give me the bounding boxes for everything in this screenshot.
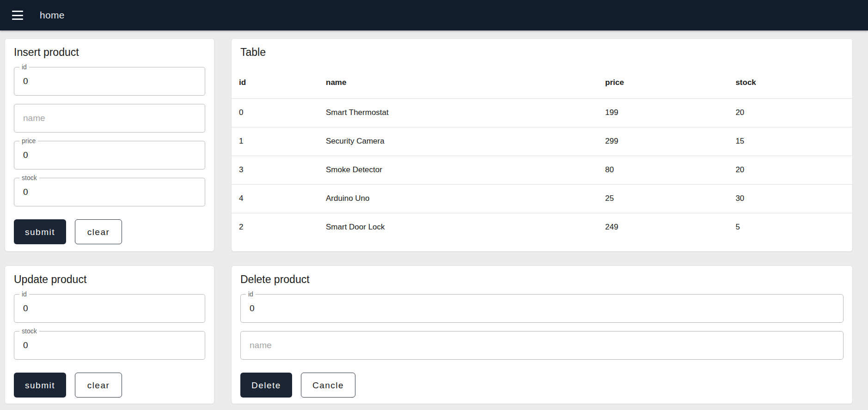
table-title: Table — [240, 46, 852, 59]
hamburger-menu-icon[interactable] — [12, 11, 23, 20]
navbar-title: home — [40, 10, 65, 21]
delete-product-title: Delete product — [240, 273, 844, 286]
cell-name: Arduino Uno — [318, 184, 598, 213]
insert-price-input[interactable] — [14, 141, 205, 169]
column-header-price: price — [598, 67, 728, 98]
delete-button[interactable]: Delete — [240, 373, 292, 398]
table-row: 0 Smart Thermostat 199 20 — [232, 98, 852, 127]
table-row: 3 Smoke Detector 80 20 — [232, 156, 852, 184]
insert-price-label: price — [19, 138, 38, 145]
update-stock-field: stock — [14, 331, 205, 360]
table-row: 4 Arduino Uno 25 30 — [232, 184, 852, 213]
cell-stock: 30 — [728, 184, 852, 213]
cell-id: 2 — [232, 213, 318, 241]
delete-id-field: id — [240, 294, 844, 323]
table-header-row: id name price stock — [232, 67, 852, 98]
insert-stock-label: stock — [19, 175, 39, 181]
update-submit-button[interactable]: submit — [14, 373, 66, 398]
update-clear-button[interactable]: clear — [75, 373, 122, 398]
top-navbar: home — [0, 0, 868, 30]
update-product-card: Update product id stock submit clear — [5, 265, 214, 404]
cell-price: 80 — [598, 156, 728, 184]
delete-id-input[interactable] — [241, 295, 843, 322]
cell-id: 3 — [232, 156, 318, 184]
cell-name: Smart Thermostat — [318, 98, 598, 127]
table-row: 1 Security Camera 299 15 — [232, 127, 852, 156]
products-table: id name price stock 0 Smart Thermostat 1… — [232, 67, 852, 241]
delete-name-field — [240, 331, 844, 360]
delete-button-row: Delete Cancle — [240, 373, 844, 398]
cell-stock: 20 — [728, 98, 852, 127]
insert-submit-button[interactable]: submit — [14, 219, 66, 244]
insert-name-input[interactable] — [14, 104, 205, 132]
cell-id: 4 — [232, 184, 318, 213]
cell-stock: 15 — [728, 127, 852, 156]
update-id-label: id — [19, 291, 29, 298]
delete-product-card: Delete product id Delete Cancle — [231, 265, 853, 404]
delete-id-label: id — [246, 291, 256, 298]
column-header-name: name — [318, 67, 598, 98]
cell-price: 25 — [598, 184, 728, 213]
insert-id-label: id — [19, 64, 29, 71]
cell-price: 299 — [598, 127, 728, 156]
insert-id-field: id — [14, 67, 205, 96]
insert-stock-input[interactable] — [14, 178, 205, 206]
insert-stock-field: stock — [14, 178, 205, 206]
cell-name: Smoke Detector — [318, 156, 598, 184]
update-stock-input[interactable] — [14, 332, 205, 359]
update-id-field: id — [14, 294, 205, 323]
update-button-row: submit clear — [14, 373, 205, 398]
cell-name: Smart Door Lock — [318, 213, 598, 241]
update-product-title: Update product — [14, 273, 205, 286]
cell-id: 0 — [232, 98, 318, 127]
cell-id: 1 — [232, 127, 318, 156]
update-id-input[interactable] — [14, 295, 205, 322]
column-header-stock: stock — [728, 67, 852, 98]
column-header-id: id — [232, 67, 318, 98]
cell-stock: 5 — [728, 213, 852, 241]
cell-name: Security Camera — [318, 127, 598, 156]
table-row: 2 Smart Door Lock 249 5 — [232, 213, 852, 241]
products-table-card: Table id name price stock 0 Smart Thermo… — [231, 38, 853, 252]
update-stock-label: stock — [19, 328, 39, 335]
cell-stock: 20 — [728, 156, 852, 184]
insert-product-title: Insert product — [14, 46, 205, 59]
insert-button-row: submit clear — [14, 219, 205, 244]
insert-name-field — [14, 104, 205, 133]
cell-price: 249 — [598, 213, 728, 241]
insert-product-card: Insert product id price stock submit cle… — [5, 38, 214, 252]
insert-id-input[interactable] — [14, 67, 205, 95]
insert-clear-button[interactable]: clear — [75, 219, 122, 244]
cell-price: 199 — [598, 98, 728, 127]
insert-price-field: price — [14, 141, 205, 169]
delete-name-input[interactable] — [241, 332, 843, 359]
content-area: Insert product id price stock submit cle… — [0, 30, 868, 404]
cancel-button[interactable]: Cancle — [301, 373, 355, 398]
